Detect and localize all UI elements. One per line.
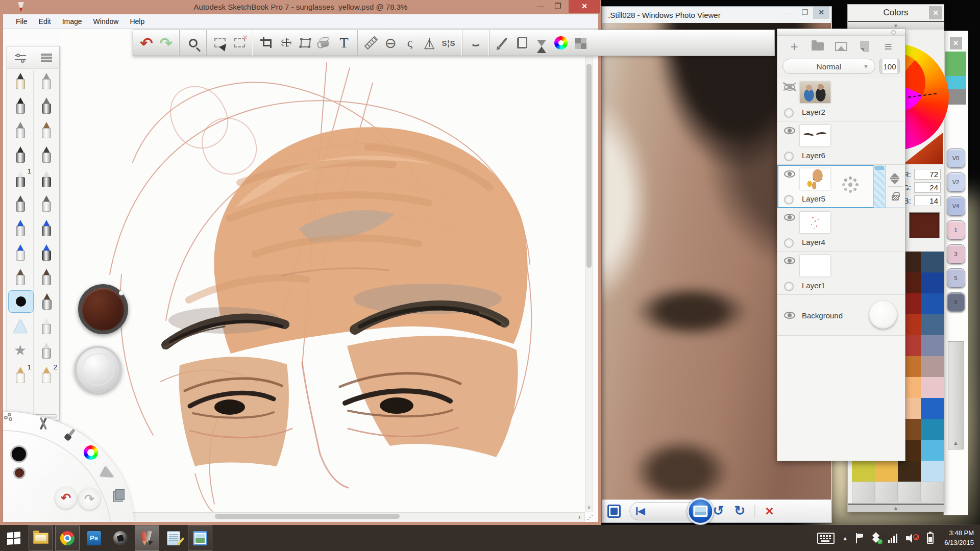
color-ring-icon[interactable] — [84, 445, 98, 460]
layer-row-layer1[interactable]: Layer1 — [777, 252, 905, 295]
copic-marker-button[interactable]: V0 — [947, 148, 965, 168]
layer-row-layer5[interactable]: Layer5 — [777, 165, 905, 208]
copic-marker-button[interactable]: V4 — [947, 196, 965, 216]
brush-settings-icon[interactable] — [7, 46, 33, 68]
eye-hidden-icon[interactable] — [784, 84, 795, 91]
color-wheel-icon[interactable] — [551, 33, 571, 53]
taskbar-sketchbook[interactable] — [135, 525, 159, 550]
menu-item-help[interactable]: Help — [124, 17, 150, 26]
dot-brush-brush[interactable] — [8, 290, 34, 313]
taskbar-file-explorer[interactable] — [29, 525, 53, 550]
pencil-edit-icon[interactable] — [493, 33, 512, 53]
menu-item-file[interactable]: File — [10, 17, 33, 26]
fill-icon[interactable] — [315, 33, 334, 53]
taskbar-photo-viewer[interactable] — [188, 525, 212, 550]
brush-pair-icon[interactable] — [532, 33, 551, 53]
menu-item-edit[interactable]: Edit — [33, 17, 57, 26]
fan-brush-brush[interactable] — [33, 338, 59, 363]
slideshow-button[interactable] — [687, 498, 714, 524]
touch-keyboard-icon[interactable] — [817, 533, 835, 544]
eraser-hard-brush[interactable]: 1 — [7, 167, 33, 191]
sketchbook-titlebar[interactable]: Autodesk SketchBook Pro 7 - sunglasses_y… — [0, 0, 601, 14]
layer-row-layer4[interactable]: Layer4 — [777, 208, 905, 252]
fineliner-brush[interactable] — [7, 191, 33, 216]
copic-swatch[interactable] — [945, 76, 966, 89]
layer-grid-icon[interactable] — [571, 33, 590, 53]
layer-folder-icon[interactable] — [810, 39, 825, 54]
brush-icon[interactable] — [63, 428, 77, 441]
layer-select-radio[interactable] — [784, 195, 794, 205]
ballpoint-brush[interactable] — [7, 118, 33, 142]
layer-select-radio[interactable] — [784, 282, 794, 291]
brush-puck[interactable] — [75, 346, 121, 393]
taskbar-notepad[interactable] — [161, 525, 186, 550]
copic-close-icon[interactable]: ✕ — [950, 37, 962, 49]
minimize-button[interactable]: — — [532, 0, 549, 13]
brush-library-icon[interactable] — [33, 46, 59, 68]
palette-swatch[interactable] — [875, 461, 898, 482]
copic-marker-1-brush[interactable]: 1 — [7, 363, 33, 387]
battery-icon[interactable] — [927, 533, 934, 544]
rotate-cw-button[interactable]: ↻ — [734, 503, 745, 519]
eye-visible-icon[interactable] — [784, 257, 795, 264]
volume-muted-icon[interactable] — [906, 533, 919, 544]
angle-bristle-brush[interactable] — [35, 289, 59, 314]
layer-menu-icon[interactable]: ≡ — [880, 39, 896, 54]
background-color-circle[interactable] — [869, 301, 897, 329]
layers-panel-handle[interactable] — [777, 29, 905, 36]
lagoon-redo-button[interactable]: ↷ — [79, 488, 100, 510]
taskbar-screen-recorder[interactable] — [108, 525, 133, 550]
cursor-icon[interactable] — [103, 468, 114, 480]
rgb-value-field[interactable]: 24 — [914, 182, 941, 193]
color-puck[interactable] — [78, 284, 128, 334]
deselect-icon[interactable] — [230, 33, 249, 53]
rgb-value-field[interactable]: 72 — [914, 169, 941, 180]
tools-icon[interactable] — [37, 417, 50, 430]
perspective-grid-icon[interactable]: △ — [420, 33, 439, 53]
hidden-icons-icon[interactable]: ▲ — [842, 535, 848, 541]
lock-icon[interactable] — [892, 195, 899, 201]
dropbox-icon[interactable]: ✓ — [871, 533, 880, 543]
copic-marker-2-brush[interactable]: 2 — [33, 363, 59, 387]
palette-swatch[interactable] — [921, 377, 944, 398]
french-curve-icon[interactable]: ς — [400, 33, 420, 53]
pv-close-button[interactable]: ✕ — [813, 7, 829, 19]
primary-color-swatch[interactable] — [10, 445, 28, 463]
text-icon[interactable]: T — [334, 33, 354, 53]
airbrush-brush[interactable] — [33, 69, 59, 93]
lagoon-undo-button[interactable]: ↶ — [55, 487, 77, 509]
scroll-right-icon[interactable]: › — [575, 513, 583, 521]
network-icon[interactable] — [888, 534, 898, 543]
copic-marker-button[interactable]: 5 — [947, 268, 965, 288]
layer-select-radio[interactable] — [784, 108, 794, 118]
steady-stroke-icon[interactable] — [466, 33, 485, 53]
menu-item-window[interactable]: Window — [88, 17, 125, 26]
pv-minimize-button[interactable]: — — [780, 7, 797, 19]
current-color-swatch[interactable] — [909, 212, 940, 238]
distort-icon[interactable] — [296, 33, 315, 53]
layer-opacity-field[interactable]: 100 — [879, 59, 900, 74]
palette-swatch-empty[interactable] — [852, 482, 875, 503]
palette-swatch-empty[interactable] — [898, 482, 921, 503]
colors-close-icon[interactable]: ✕ — [929, 6, 942, 19]
select-icon[interactable] — [210, 33, 230, 53]
eye-visible-icon[interactable] — [784, 214, 795, 221]
layer-select-radio[interactable] — [784, 238, 794, 248]
technical-pen-brush[interactable] — [33, 191, 59, 216]
crop-icon[interactable] — [257, 33, 276, 53]
fine-marker-brush[interactable] — [7, 142, 33, 167]
layer-select-radio[interactable] — [784, 152, 794, 161]
layer-drag-strip[interactable] — [873, 165, 885, 208]
palette-swatch[interactable] — [921, 293, 944, 314]
copic-marker-button[interactable]: 1 — [947, 220, 965, 240]
palette-swatch[interactable] — [921, 272, 944, 293]
painting-canvas[interactable] — [61, 29, 585, 512]
ellipse-guide-icon[interactable]: ⊖ — [381, 33, 400, 53]
scroll-down-icon[interactable]: ∨ — [585, 504, 593, 511]
horizontal-scroll-thumb[interactable] — [215, 514, 400, 519]
copy-pages-icon[interactable] — [512, 33, 532, 53]
vertical-scroll-thumb[interactable] — [586, 64, 592, 268]
taskbar-chrome[interactable] — [55, 525, 80, 550]
redo-icon[interactable]: ↷ — [156, 33, 176, 53]
palette-swatch[interactable] — [921, 314, 944, 335]
